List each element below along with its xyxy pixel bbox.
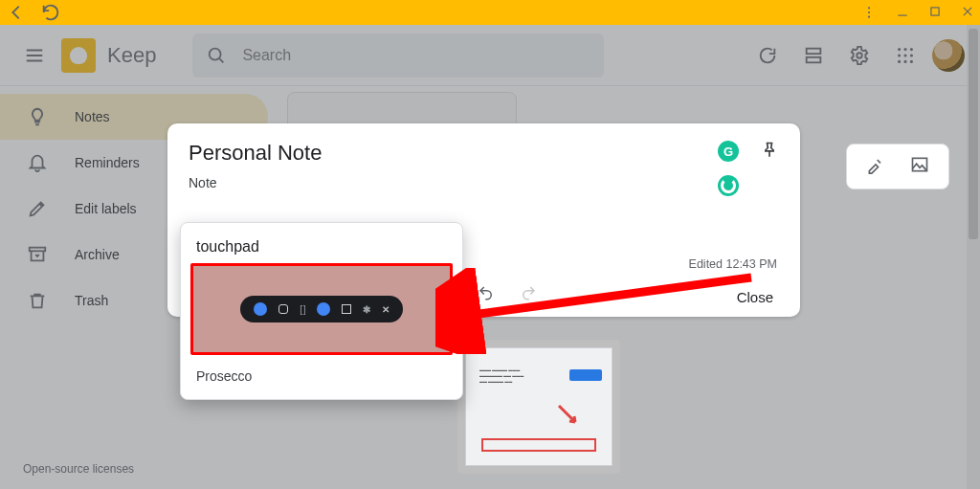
window-close-icon[interactable]	[961, 5, 974, 20]
window-minimize-icon[interactable]	[896, 5, 909, 20]
note-body[interactable]: Note	[189, 175, 779, 190]
kebab-icon[interactable]	[861, 5, 877, 20]
svg-point-1	[868, 11, 870, 13]
clipboard-paste-card[interactable]: touchpad [ ] ✱ ✕ Prosecco	[180, 222, 463, 400]
undo-button[interactable]	[478, 284, 495, 305]
image-icon[interactable]	[910, 155, 929, 178]
paste-card-image: [ ] ✱ ✕	[190, 263, 453, 355]
shelf-capsule: [ ] ✱ ✕	[240, 296, 403, 322]
svg-point-0	[868, 7, 870, 9]
notes-toolbar	[846, 144, 949, 189]
svg-point-2	[868, 16, 870, 18]
attached-image-thumbnail[interactable]: ▬▬▬ ▬▬▬▬ ▬▬▬▬▬▬▬▬▬ ▬▬ ▬▬▬▬▬ ▬▬▬▬ ▬▬	[457, 340, 620, 474]
reload-icon[interactable]	[40, 2, 61, 23]
edited-timestamp: Edited 12:43 PM	[689, 257, 777, 271]
svg-rect-3	[931, 8, 939, 15]
close-button[interactable]: Close	[737, 289, 773, 305]
grammarly-spinner-icon	[718, 175, 739, 196]
paste-card-footer: Prosecco	[181, 355, 462, 399]
note-title[interactable]: Personal Note	[189, 141, 779, 166]
grammarly-icon[interactable]: G	[718, 141, 739, 162]
window-maximize-icon[interactable]	[928, 5, 942, 20]
paint-icon[interactable]	[866, 155, 885, 178]
pin-button[interactable]	[760, 141, 779, 164]
paste-card-title: touchpad	[181, 223, 462, 263]
os-titlebar	[0, 0, 980, 25]
redo-button[interactable]	[520, 284, 537, 305]
back-icon[interactable]	[6, 2, 27, 23]
